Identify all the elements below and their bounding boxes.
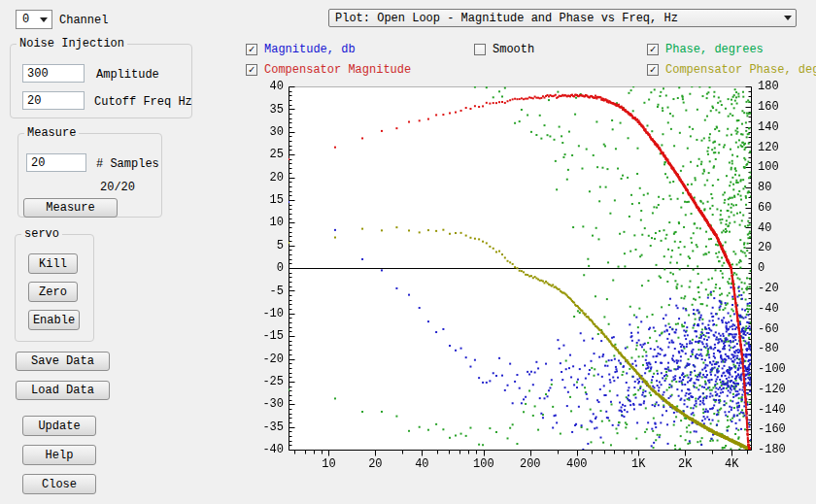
smooth-toggle-label: Smooth xyxy=(493,43,534,56)
servo-title: servo xyxy=(21,227,62,241)
noise-injection-group: Noise Injection Amplitude Cutoff Freq Hz xyxy=(10,37,192,118)
channel-value: 0 xyxy=(22,13,29,26)
channel-label: Channel xyxy=(59,14,108,27)
samples-progress: 20/20 xyxy=(100,181,135,194)
samples-input[interactable] xyxy=(26,153,86,172)
measure-button[interactable]: Measure xyxy=(23,198,118,218)
amplitude-label: Amplitude xyxy=(96,68,159,82)
magnitude-toggle[interactable]: ✓ Magnitude, db xyxy=(246,43,356,56)
phase-toggle[interactable]: ✓ Phase, degrees xyxy=(647,43,764,56)
plot-type-dropdown[interactable]: Plot: Open Loop - Magnitude and Phase vs… xyxy=(328,9,797,27)
checkbox-icon[interactable] xyxy=(474,44,486,55)
magnitude-toggle-label: Magnitude, db xyxy=(264,43,356,56)
checkbox-icon[interactable]: ✓ xyxy=(246,44,257,55)
checkbox-icon[interactable]: ✓ xyxy=(246,64,257,76)
noise-injection-title: Noise Injection xyxy=(17,37,127,50)
save-data-button[interactable]: Save Data xyxy=(16,352,110,371)
chevron-down-icon xyxy=(40,17,48,22)
compensator-magnitude-toggle-label: Compensator Magnitude xyxy=(264,63,411,77)
channel-select[interactable]: 0 xyxy=(16,10,52,29)
enable-button[interactable]: Enable xyxy=(28,310,80,330)
update-button[interactable]: Update xyxy=(22,416,96,436)
app-window: { "header": { "channel": { "value": "0",… xyxy=(0,0,816,504)
smooth-toggle[interactable]: Smooth xyxy=(474,43,534,56)
bode-plot-canvas xyxy=(248,78,816,481)
cutoff-freq-input[interactable] xyxy=(22,91,85,110)
close-button[interactable]: Close xyxy=(22,474,96,494)
chevron-down-icon xyxy=(784,16,792,20)
checkbox-icon[interactable]: ✓ xyxy=(647,64,659,76)
help-button[interactable]: Help xyxy=(22,445,96,465)
servo-group: servo Kill Zero Enable xyxy=(15,227,94,342)
zero-button[interactable]: Zero xyxy=(28,282,78,302)
compensator-phase-toggle[interactable]: ✓ Compensator Phase, deg xyxy=(647,63,816,77)
compensator-phase-toggle-label: Compensator Phase, deg xyxy=(665,63,816,77)
measure-group: Measure # Samples 20/20 Measure xyxy=(17,126,162,218)
kill-button[interactable]: Kill xyxy=(28,253,78,274)
plot-type-value: Plot: Open Loop - Magnitude and Phase vs… xyxy=(335,12,678,25)
measure-title: Measure xyxy=(24,126,79,140)
amplitude-input[interactable] xyxy=(22,64,85,83)
cutoff-freq-label: Cutoff Freq Hz xyxy=(94,95,192,109)
checkbox-icon[interactable]: ✓ xyxy=(647,44,659,55)
load-data-button[interactable]: Load Data xyxy=(16,381,110,400)
compensator-magnitude-toggle[interactable]: ✓ Compensator Magnitude xyxy=(246,63,411,77)
phase-toggle-label: Phase, degrees xyxy=(665,43,764,56)
samples-label: # Samples xyxy=(96,157,159,171)
